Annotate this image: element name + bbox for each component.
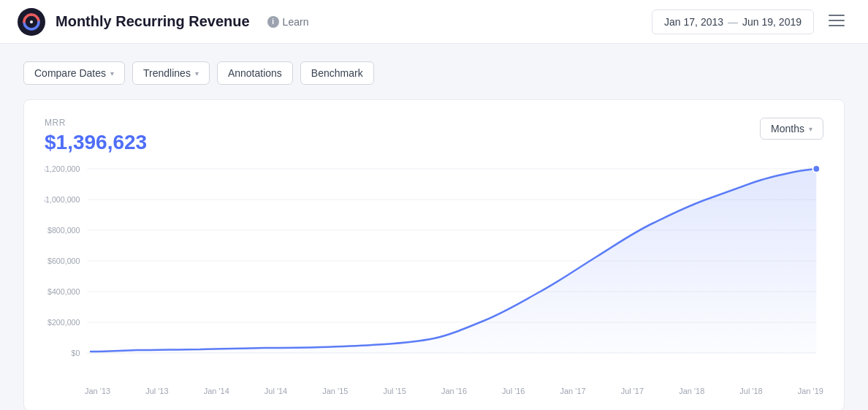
x-label: Jan '16 xyxy=(441,387,467,395)
svg-text:$400,000: $400,000 xyxy=(47,287,80,296)
annotations-button[interactable]: Annotations xyxy=(217,61,293,85)
date-end: Jun 19, 2019 xyxy=(742,16,802,28)
learn-button[interactable]: i Learn xyxy=(260,13,316,31)
svg-text:$1,000,000: $1,000,000 xyxy=(45,195,80,204)
metric-label: MRR xyxy=(45,118,147,128)
x-label: Jan '17 xyxy=(560,387,586,395)
chart-header: MRR $1,396,623 Months ▾ xyxy=(45,118,823,154)
x-label: Jan '18 xyxy=(679,387,704,395)
svg-text:$600,000: $600,000 xyxy=(47,257,80,265)
x-label: Jan '14 xyxy=(204,387,229,395)
chart-area: $1,200,000 $1,000,000 $800,000 $600,000 … xyxy=(45,162,823,381)
chevron-down-icon: ▾ xyxy=(195,69,199,77)
svg-point-2 xyxy=(30,20,33,23)
x-label: Jul '16 xyxy=(502,387,525,395)
toolbar: Compare Dates ▾ Trendlines ▾ Annotations… xyxy=(23,61,845,85)
chevron-down-icon: ▾ xyxy=(809,125,812,133)
x-label: Jul '14 xyxy=(264,387,287,395)
info-icon: i xyxy=(267,16,279,28)
x-label: Jul '18 xyxy=(739,387,762,395)
svg-rect-5 xyxy=(829,25,845,26)
x-label: Jan '15 xyxy=(322,387,348,395)
date-start: Jan 17, 2013 xyxy=(664,16,723,28)
metric-value: $1,396,623 xyxy=(45,131,147,154)
trendlines-button[interactable]: Trendlines ▾ xyxy=(132,61,210,85)
header: Monthly Recurring Revenue i Learn Jan 17… xyxy=(0,0,868,44)
x-label: Jul '15 xyxy=(383,387,406,395)
benchmark-button[interactable]: Benchmark xyxy=(300,61,374,85)
chart-card: MRR $1,396,623 Months ▾ xyxy=(23,99,845,410)
svg-point-20 xyxy=(812,165,820,172)
app-logo xyxy=(18,8,45,36)
granularity-button[interactable]: Months ▾ xyxy=(760,118,823,140)
svg-text:$800,000: $800,000 xyxy=(47,226,80,235)
date-separator: — xyxy=(728,16,738,28)
chart-svg: $1,200,000 $1,000,000 $800,000 $600,000 … xyxy=(45,162,823,381)
svg-text:$200,000: $200,000 xyxy=(47,318,80,327)
metric-info: MRR $1,396,623 xyxy=(45,118,147,154)
hamburger-icon xyxy=(829,15,845,26)
date-range[interactable]: Jan 17, 2013 — Jun 19, 2019 xyxy=(652,10,814,34)
svg-rect-4 xyxy=(829,20,845,21)
svg-rect-3 xyxy=(829,15,845,16)
chevron-down-icon: ▾ xyxy=(110,69,114,77)
x-axis-labels: Jan '13 Jul '13 Jan '14 Jul '14 Jan '15 … xyxy=(45,381,823,395)
compare-dates-button[interactable]: Compare Dates ▾ xyxy=(23,61,125,85)
svg-text:$0: $0 xyxy=(72,349,80,357)
main-content: Compare Dates ▾ Trendlines ▾ Annotations… xyxy=(0,44,868,410)
x-label: Jan '19 xyxy=(798,387,823,395)
page-title: Monthly Recurring Revenue xyxy=(56,13,250,30)
x-label: Jul '13 xyxy=(145,387,168,395)
x-label: Jul '17 xyxy=(621,387,644,395)
svg-text:$1,200,000: $1,200,000 xyxy=(45,164,80,173)
menu-button[interactable] xyxy=(823,9,850,34)
x-label: Jan '13 xyxy=(85,387,110,395)
